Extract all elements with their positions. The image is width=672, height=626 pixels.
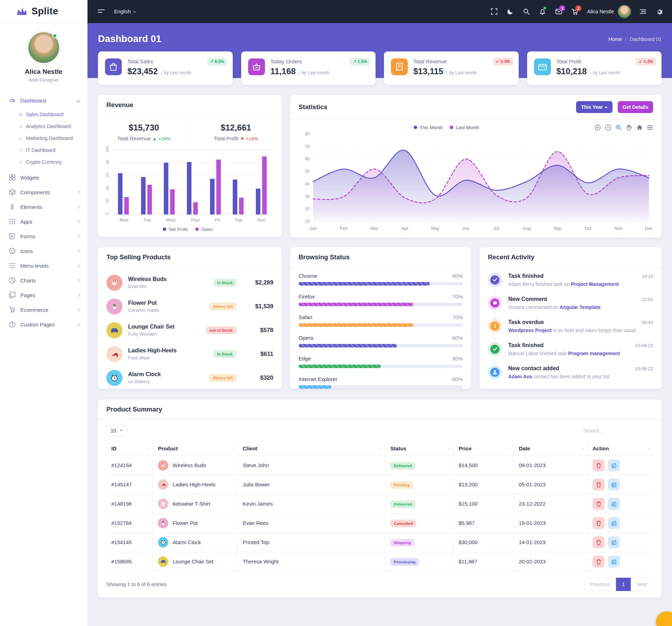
selection-zoom-icon[interactable] (615, 124, 622, 131)
pagination-next-button[interactable]: Next (631, 578, 653, 591)
column-header-status[interactable]: Status↑↓ (385, 441, 454, 456)
dark-mode-moon-icon[interactable] (506, 8, 514, 15)
product-name[interactable]: Lounge Chair Set (128, 324, 201, 330)
scroll-top-button[interactable] (656, 611, 672, 626)
sort-icon[interactable]: ↑↓ (508, 446, 510, 450)
sidebar-item-label: Forms (20, 233, 72, 239)
edit-button[interactable] (608, 517, 620, 529)
net-profit-bar[interactable] (164, 163, 168, 214)
edit-button[interactable] (608, 536, 620, 548)
activity-link[interactable]: Angular Template (560, 304, 601, 310)
net-profit-bar[interactable] (233, 180, 237, 214)
stat-card-note: ↓ by Last month (589, 70, 620, 75)
sort-icon[interactable]: ↑↓ (379, 446, 382, 450)
sort-icon[interactable]: ↑↓ (582, 446, 584, 450)
column-header-date[interactable]: Date↑↓ (514, 441, 588, 456)
product-name[interactable]: Wireless Buds (128, 276, 208, 282)
delete-button[interactable] (593, 536, 604, 548)
sliders-icon[interactable] (639, 8, 647, 15)
sales-bar[interactable] (193, 202, 198, 214)
sidebar-toggle-icon[interactable] (97, 8, 105, 15)
messages-mail-icon[interactable]: 3 (555, 8, 562, 15)
product-name[interactable]: Alarm Clock (128, 371, 204, 378)
delete-button[interactable] (593, 479, 604, 491)
language-selector[interactable]: English (114, 9, 136, 14)
delete-button[interactable] (593, 498, 604, 510)
column-header-product[interactable]: Product↑↓ (153, 441, 238, 456)
net-profit-bar[interactable] (187, 162, 191, 214)
search-icon[interactable] (523, 8, 530, 15)
chart-menu-icon[interactable] (647, 124, 653, 131)
sidebar-subitem-analytics-dashboard[interactable]: Analytics Dashboard (0, 120, 87, 132)
column-header-price[interactable]: Price↑↓ (454, 441, 514, 456)
net-profit-bar[interactable] (256, 189, 260, 214)
sidebar-item-pages[interactable]: Pages (0, 288, 87, 302)
sidebar-subitem-crypto-currency[interactable]: Crypto Currency (0, 156, 87, 168)
sort-icon[interactable]: ↑↓ (232, 446, 234, 450)
product-name[interactable]: Flower Pot (128, 300, 204, 306)
this-year-dropdown-button[interactable]: This Year (576, 101, 612, 113)
activity-link[interactable]: Program management (568, 351, 620, 356)
activity-link[interactable]: Wordpress Project (508, 328, 552, 333)
sort-icon[interactable]: ↑↓ (147, 446, 149, 450)
activity-link[interactable]: Adam Ava (508, 374, 532, 379)
sidebar-subitem-marketing-dashboard[interactable]: Marketing Dashboard (0, 132, 87, 144)
sidebar-item-charts[interactable]: Charts (0, 273, 87, 288)
net-profit-bar[interactable] (141, 177, 146, 214)
sales-bar[interactable] (262, 156, 267, 215)
sidebar-item-components[interactable]: Components (0, 185, 87, 199)
sidebar-item-forms[interactable]: Forms (0, 229, 87, 244)
area-chart-svg[interactable]: 8070605040302010JanFebMarAprMayJunJulAug… (299, 131, 653, 235)
edit-button[interactable] (608, 498, 620, 510)
sidebar-item-elements[interactable]: Elements (0, 199, 87, 214)
zoom-out-icon[interactable] (605, 124, 611, 131)
sidebar-item-icons[interactable]: Icons (0, 244, 87, 258)
notifications-bell-icon[interactable] (539, 8, 546, 15)
sort-icon[interactable]: ↑↓ (648, 446, 650, 450)
delete-button[interactable] (593, 556, 604, 568)
column-header-client[interactable]: Client↑↓ (238, 441, 385, 456)
sidebar-item-ecommerce[interactable]: Ecommerce (0, 302, 87, 317)
cart-icon[interactable]: 2 (571, 8, 579, 15)
pagination-previous-button[interactable]: Previous (584, 578, 616, 591)
sidebar-item-menu-levels[interactable]: Menu-levels (0, 258, 87, 273)
profile-avatar[interactable] (28, 32, 59, 63)
edit-button[interactable] (608, 556, 620, 568)
delete-button[interactable] (593, 517, 604, 529)
sidebar-item-dashboard[interactable]: Dashboard (0, 93, 87, 108)
sales-bar[interactable] (216, 160, 221, 214)
edit-button[interactable] (608, 459, 620, 471)
product-name[interactable]: Ladies High-Heels (128, 347, 208, 354)
breadcrumb-home[interactable]: Home (608, 36, 622, 42)
sidebar-subitem-sales-dashboard[interactable]: Sales Dashboard (0, 108, 87, 120)
stat-card-total-sales: Total Sales$23,452↑ by Last month↗ 6.5% (98, 51, 233, 85)
sidebar-subitem-it-dashboard[interactable]: IT Dashboard (0, 144, 87, 156)
delete-button[interactable] (593, 459, 604, 471)
zoom-in-icon[interactable] (594, 124, 601, 131)
sales-bar[interactable] (124, 197, 129, 214)
net-profit-bar[interactable] (210, 179, 215, 214)
activity-link[interactable]: Project Management (571, 281, 619, 287)
reset-home-icon[interactable] (636, 124, 643, 131)
sidebar-item-widgets[interactable]: Widgets (0, 170, 87, 185)
sidebar-item-apps[interactable]: Apps (0, 214, 87, 229)
get-details-button[interactable]: Get Details (618, 101, 653, 113)
sidebar-item-custom-pages[interactable]: Custom Pages (0, 317, 87, 332)
table-search-input[interactable] (583, 428, 653, 434)
edit-button[interactable] (608, 479, 620, 491)
column-header-id[interactable]: ID↑↓ (106, 441, 153, 456)
sales-bar[interactable] (170, 189, 175, 214)
pan-hand-icon[interactable] (626, 124, 632, 131)
user-menu[interactable]: Alica Nestle (587, 5, 631, 18)
column-header-action[interactable]: Action↑↓ (588, 441, 653, 456)
settings-gear-icon[interactable] (655, 8, 663, 15)
fullscreen-icon[interactable] (490, 8, 498, 15)
sort-icon[interactable]: ↑↓ (448, 446, 450, 450)
table-body: #124154Wireless BudsSteve JohnDelivered$… (106, 456, 653, 571)
sales-bar[interactable] (239, 198, 244, 214)
page-size-select[interactable]: 10 (106, 425, 127, 436)
net-profit-bar[interactable] (118, 173, 122, 214)
brand[interactable]: Splite (0, 0, 87, 23)
pagination-page-1[interactable]: 1 (616, 578, 631, 591)
sales-bar[interactable] (147, 185, 152, 214)
